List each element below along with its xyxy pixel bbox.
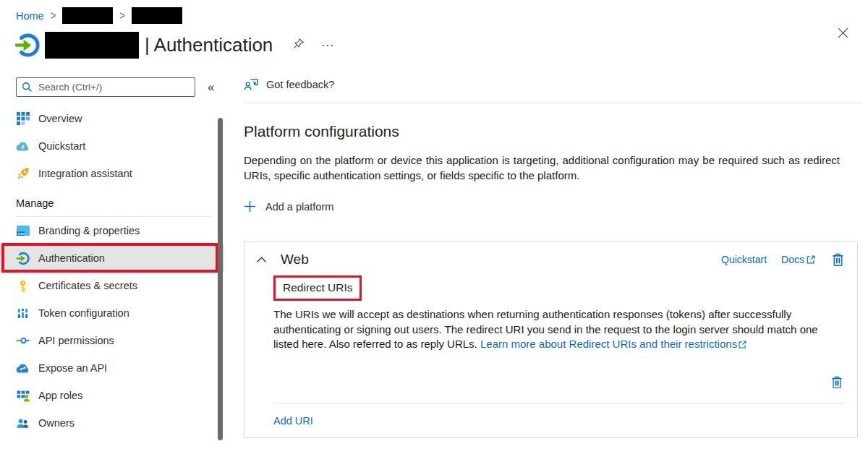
owners-icon bbox=[16, 416, 30, 430]
sidebar-item-label: Quickstart bbox=[38, 140, 85, 152]
sidebar-scrollbar[interactable] bbox=[218, 118, 223, 440]
sidebar-item-integration-assistant[interactable]: Integration assistant bbox=[0, 160, 224, 187]
api-permissions-icon bbox=[16, 334, 30, 348]
ellipsis-icon[interactable]: ... bbox=[318, 38, 337, 51]
external-link-icon bbox=[806, 255, 816, 265]
quickstart-link[interactable]: Quickstart bbox=[721, 254, 767, 265]
branding-icon: www bbox=[16, 224, 30, 238]
sidebar-item-label: Owners bbox=[38, 417, 75, 429]
main-pane: Got feedback? Platform configurations De… bbox=[224, 66, 868, 442]
sidebar-item-label: Branding & properties bbox=[38, 225, 140, 236]
sidebar-item-label: App roles bbox=[38, 390, 82, 401]
sidebar-item-label: API permissions bbox=[38, 335, 114, 346]
trash-icon bbox=[830, 375, 844, 390]
token-configuration-icon bbox=[16, 307, 30, 320]
close-icon[interactable] bbox=[834, 24, 852, 44]
sidebar-item-expose-api[interactable]: Expose an API bbox=[0, 354, 224, 382]
breadcrumb-separator: > bbox=[51, 9, 56, 22]
got-feedback-label: Got feedback? bbox=[266, 79, 334, 90]
sidebar-nav: Overview Quickstart bbox=[0, 105, 224, 437]
collapse-sidebar-button[interactable]: « bbox=[205, 79, 217, 96]
sidebar-section-manage: Manage bbox=[0, 187, 224, 216]
svg-text:www: www bbox=[17, 232, 25, 236]
app-registration-icon bbox=[14, 33, 40, 58]
add-platform-button[interactable]: Add a platform bbox=[244, 200, 374, 213]
chevron-up-icon bbox=[256, 256, 267, 263]
web-platform-card: Web Quickstart Docs bbox=[244, 241, 858, 438]
search-icon bbox=[22, 82, 33, 93]
docs-link[interactable]: Docs bbox=[781, 254, 816, 265]
sidebar-item-label: Authentication bbox=[38, 252, 105, 264]
search-input-container bbox=[16, 77, 195, 97]
sidebar-item-overview[interactable]: Overview bbox=[0, 105, 224, 132]
sidebar-item-owners[interactable]: Owners bbox=[0, 409, 224, 437]
sidebar-item-certificates-secrets[interactable]: Certificates & secrets bbox=[0, 272, 224, 299]
docs-link-label: Docs bbox=[781, 254, 804, 265]
delete-platform-button[interactable] bbox=[830, 252, 846, 268]
add-uri-link[interactable]: Add URI bbox=[273, 415, 313, 427]
annotation-highlight-redirect-uris: Redirect URIs bbox=[273, 275, 362, 301]
expose-api-icon bbox=[16, 362, 30, 375]
page-title: | Authentication bbox=[145, 34, 273, 56]
feedback-icon bbox=[244, 77, 259, 92]
authentication-icon bbox=[16, 252, 30, 265]
learn-more-link[interactable]: Learn more about Redirect URIs and their… bbox=[480, 338, 737, 350]
quickstart-icon bbox=[16, 140, 30, 153]
annotation-highlight-authentication bbox=[1, 243, 218, 273]
sidebar-item-token-configuration[interactable]: Token configuration bbox=[0, 299, 224, 327]
pin-icon[interactable] bbox=[290, 35, 307, 54]
redacted-app-name bbox=[45, 32, 139, 59]
add-platform-label: Add a platform bbox=[265, 201, 333, 213]
breadcrumb-separator: > bbox=[119, 9, 125, 22]
uri-row-divider bbox=[273, 403, 846, 404]
certificates-icon bbox=[16, 279, 30, 293]
sidebar-item-label: Expose an API bbox=[38, 362, 107, 374]
external-link-icon bbox=[738, 338, 747, 354]
redirect-uris-description: The URIs we will accept as destinations … bbox=[273, 307, 834, 354]
delete-uri-button[interactable] bbox=[830, 375, 844, 390]
sidebar-item-quickstart[interactable]: Quickstart bbox=[0, 132, 224, 160]
integration-assistant-icon bbox=[16, 167, 30, 181]
redacted-breadcrumb-item[interactable] bbox=[62, 7, 113, 24]
content-area: « Overview bbox=[0, 66, 868, 442]
redirect-uri-row bbox=[273, 364, 846, 401]
search-input[interactable] bbox=[37, 81, 190, 93]
sidebar-item-label: Overview bbox=[38, 113, 82, 124]
breadcrumb: Home > > bbox=[0, 0, 868, 24]
platform-configurations-description: Depending on the platform or device this… bbox=[244, 153, 840, 183]
header-divider bbox=[244, 103, 862, 103]
breadcrumb-home-link[interactable]: Home bbox=[16, 10, 44, 22]
redacted-breadcrumb-item[interactable] bbox=[132, 7, 182, 24]
collapse-card-button[interactable] bbox=[255, 255, 268, 265]
sidebar-item-label: Integration assistant bbox=[38, 168, 132, 179]
sidebar-item-app-roles[interactable]: App roles bbox=[0, 382, 224, 409]
app-roles-icon bbox=[16, 389, 30, 403]
overview-icon bbox=[16, 112, 30, 126]
card-title-web: Web bbox=[281, 252, 309, 268]
trash-icon bbox=[830, 252, 846, 268]
sidebar-item-api-permissions[interactable]: API permissions bbox=[0, 327, 224, 354]
plus-icon bbox=[244, 200, 256, 213]
sidebar-item-label: Token configuration bbox=[38, 307, 129, 319]
sidebar-item-label: Certificates & secrets bbox=[38, 280, 137, 291]
sidebar-item-branding-properties[interactable]: www Branding & properties bbox=[0, 217, 224, 244]
redirect-uris-heading: Redirect URIs bbox=[283, 281, 352, 294]
platform-configurations-title: Platform configurations bbox=[244, 123, 868, 140]
got-feedback-button[interactable]: Got feedback? bbox=[244, 75, 359, 94]
sidebar: « Overview bbox=[0, 66, 224, 442]
page-header: | Authentication ... bbox=[0, 24, 868, 66]
sidebar-item-authentication[interactable]: Authentication bbox=[0, 244, 224, 272]
